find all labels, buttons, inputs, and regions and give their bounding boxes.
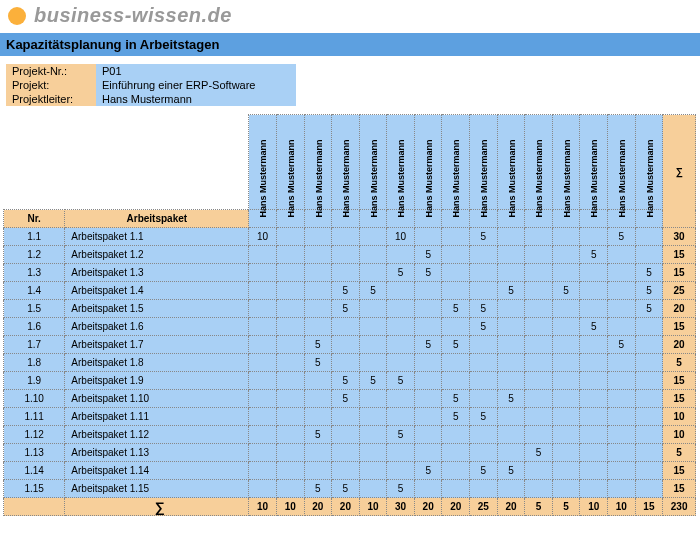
cell-val: 5	[497, 282, 525, 300]
cell-val: 5	[442, 336, 470, 354]
cell-val	[359, 228, 387, 246]
cell-val	[608, 264, 636, 282]
header-row-resources: Hans Mustermann Hans Mustermann Hans Mus…	[4, 115, 696, 210]
cell-val	[276, 372, 304, 390]
cell-val: 5	[470, 318, 498, 336]
cell-val	[525, 408, 553, 426]
cell-val	[635, 480, 663, 498]
logo-row: business-wissen.de	[0, 0, 700, 31]
cell-val	[332, 246, 360, 264]
cell-val	[332, 408, 360, 426]
cell-val	[470, 444, 498, 462]
resource-header: Hans Mustermann	[497, 115, 525, 210]
cell-val	[359, 444, 387, 462]
cell-val	[304, 408, 332, 426]
cell-val	[470, 372, 498, 390]
cell-val	[525, 246, 553, 264]
resource-header: Hans Mustermann	[525, 115, 553, 210]
cell-val	[442, 372, 470, 390]
cell-nr: 1.9	[4, 372, 65, 390]
cell-val: 5	[387, 426, 415, 444]
cell-val	[276, 426, 304, 444]
cell-val	[249, 336, 277, 354]
cell-val	[442, 228, 470, 246]
table-row: 1.10Arbeitspaket 1.1055515	[4, 390, 696, 408]
meta-value-proj: Einführung einer ERP-Software	[96, 78, 296, 92]
cell-val	[580, 336, 608, 354]
cell-val	[249, 372, 277, 390]
cell-val	[470, 426, 498, 444]
cell-val: 5	[387, 264, 415, 282]
cell-rowsum: 5	[663, 444, 696, 462]
cell-val	[552, 462, 580, 480]
cell-val	[249, 246, 277, 264]
cell-val	[497, 264, 525, 282]
table-row: 1.14Arbeitspaket 1.1455515	[4, 462, 696, 480]
table-row: 1.12Arbeitspaket 1.125510	[4, 426, 696, 444]
cell-ap: Arbeitspaket 1.14	[65, 462, 249, 480]
cell-rowsum: 5	[663, 354, 696, 372]
cell-val	[635, 246, 663, 264]
cell-val	[470, 390, 498, 408]
cell-val	[387, 444, 415, 462]
cell-rowsum: 15	[663, 246, 696, 264]
cell-coltotal: 20	[304, 498, 332, 516]
table-row: 1.7Arbeitspaket 1.7555520	[4, 336, 696, 354]
cell-val	[497, 372, 525, 390]
cell-val	[497, 408, 525, 426]
cell-val	[359, 318, 387, 336]
cell-val	[276, 480, 304, 498]
cell-val	[359, 462, 387, 480]
cell-val	[608, 354, 636, 372]
cell-val	[608, 300, 636, 318]
cell-val	[442, 246, 470, 264]
cell-ap: Arbeitspaket 1.13	[65, 444, 249, 462]
resource-header: Hans Mustermann	[442, 115, 470, 210]
cell-val	[414, 318, 442, 336]
cell-val	[580, 354, 608, 372]
cell-val: 5	[525, 444, 553, 462]
cell-val	[580, 372, 608, 390]
cell-val: 5	[470, 228, 498, 246]
cell-nr: 1.3	[4, 264, 65, 282]
cell-val	[497, 480, 525, 498]
cell-coltotal: 20	[497, 498, 525, 516]
cell-val	[525, 354, 553, 372]
cell-ap: Arbeitspaket 1.2	[65, 246, 249, 264]
cell-val	[249, 480, 277, 498]
cell-val	[525, 318, 553, 336]
cell-val	[442, 480, 470, 498]
cell-val	[414, 354, 442, 372]
cell-val	[580, 282, 608, 300]
cell-rowsum: 15	[663, 372, 696, 390]
sigma-label: ∑	[65, 498, 249, 516]
cell-coltotal: 5	[525, 498, 553, 516]
cell-val	[497, 354, 525, 372]
cell-val	[635, 408, 663, 426]
cell-val	[332, 354, 360, 372]
cell-rowsum: 15	[663, 318, 696, 336]
cell-val	[635, 426, 663, 444]
cell-val	[414, 228, 442, 246]
cell-ap: Arbeitspaket 1.5	[65, 300, 249, 318]
cell-rowsum: 15	[663, 264, 696, 282]
cell-val: 5	[497, 390, 525, 408]
cell-val	[608, 408, 636, 426]
cell-val	[552, 300, 580, 318]
table-row: 1.8Arbeitspaket 1.855	[4, 354, 696, 372]
cell-val	[387, 462, 415, 480]
cell-val: 5	[608, 336, 636, 354]
resource-header: Hans Mustermann	[414, 115, 442, 210]
table-row: 1.4Arbeitspaket 1.45555525	[4, 282, 696, 300]
cell-val	[525, 336, 553, 354]
capacity-grid: Hans Mustermann Hans Mustermann Hans Mus…	[3, 114, 696, 516]
cell-val	[276, 354, 304, 372]
table-row: 1.6Arbeitspaket 1.65515	[4, 318, 696, 336]
meta-label-projnr: Projekt-Nr.:	[6, 64, 96, 78]
cell-val: 5	[470, 408, 498, 426]
cell-val: 5	[332, 372, 360, 390]
cell-nr: 1.5	[4, 300, 65, 318]
table-row: 1.13Arbeitspaket 1.1355	[4, 444, 696, 462]
cell-coltotal: 20	[414, 498, 442, 516]
cell-nr: 1.15	[4, 480, 65, 498]
